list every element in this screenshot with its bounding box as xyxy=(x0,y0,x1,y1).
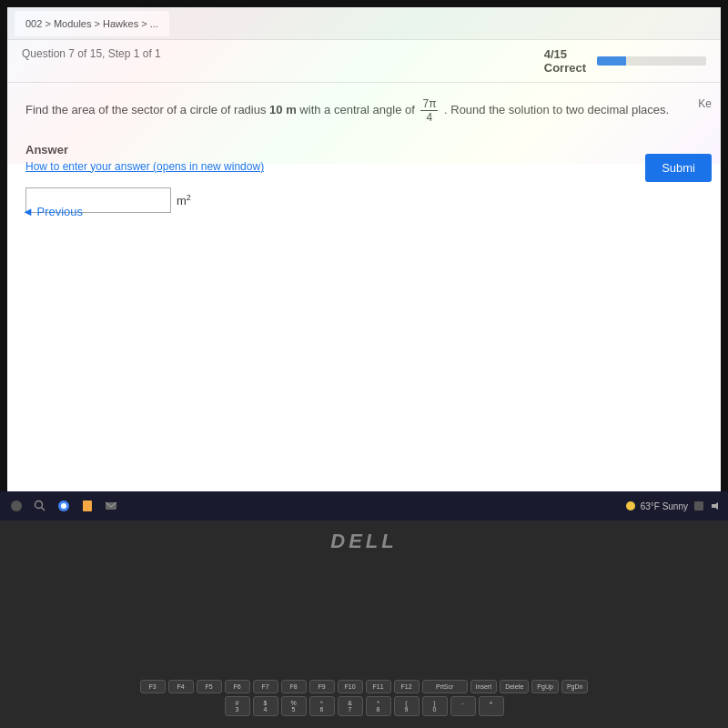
key-f4[interactable]: F4 xyxy=(168,680,194,693)
laptop-shell: 002 > Modules > Hawkes > ... Question 7 … xyxy=(0,0,728,728)
key-f3[interactable]: F3 xyxy=(140,680,166,693)
svg-marker-8 xyxy=(712,502,718,510)
svg-point-0 xyxy=(11,500,22,511)
start-icon[interactable] xyxy=(7,497,25,515)
answer-input-row: m2 xyxy=(25,187,703,213)
system-tray-icon xyxy=(693,500,704,511)
key-pgdn[interactable]: PgDn xyxy=(561,680,589,693)
screen-content: 002 > Modules > Hawkes > ... Question 7 … xyxy=(7,7,721,506)
key-f11[interactable]: F11 xyxy=(366,680,391,693)
chrome-icon[interactable] xyxy=(55,497,73,515)
key-minus[interactable]: - xyxy=(450,696,476,716)
key-4[interactable]: $4 xyxy=(253,696,278,716)
weather-text: 63°F Sunny xyxy=(641,501,688,511)
key-f12[interactable]: F12 xyxy=(394,680,420,693)
file-icon[interactable] xyxy=(78,497,96,515)
key-6[interactable]: ^6 xyxy=(309,696,335,716)
key-plus[interactable]: + xyxy=(479,696,504,716)
svg-rect-5 xyxy=(83,500,92,511)
dell-logo: DELL xyxy=(330,522,397,561)
key-0[interactable]: )0 xyxy=(422,696,448,716)
main-content: Ke Find the area of the sector of a circ… xyxy=(7,83,721,228)
search-taskbar-icon[interactable] xyxy=(31,497,49,515)
key-7[interactable]: &7 xyxy=(338,696,363,716)
submit-button[interactable]: Submi xyxy=(645,154,712,182)
key-f9[interactable]: F9 xyxy=(309,680,335,693)
mail-icon[interactable] xyxy=(102,497,120,515)
key-f8[interactable]: F8 xyxy=(281,680,307,693)
key-insert[interactable]: Insert xyxy=(470,680,498,693)
screen-bezel: 002 > Modules > Hawkes > ... Question 7 … xyxy=(0,0,728,519)
key-9[interactable]: (9 xyxy=(394,696,420,716)
key-8[interactable]: *8 xyxy=(366,696,391,716)
keyboard-row-fn: F3 F4 F5 F6 F7 F8 F9 F10 F11 F12 PrtScr … xyxy=(27,680,701,693)
key-f5[interactable]: F5 xyxy=(197,680,222,693)
key-delete[interactable]: Delete xyxy=(500,680,529,693)
unit-text: m xyxy=(177,194,187,207)
key-f7[interactable]: F7 xyxy=(253,680,278,693)
volume-icon[interactable] xyxy=(710,500,721,511)
key-prtscr[interactable]: PrtScr xyxy=(422,680,468,693)
svg-point-4 xyxy=(61,503,66,509)
taskbar-right: 63°F Sunny xyxy=(626,500,721,511)
taskbar: 63°F Sunny xyxy=(0,491,728,521)
svg-line-2 xyxy=(42,508,46,511)
key-pgup[interactable]: PgUp xyxy=(531,680,559,693)
svg-point-1 xyxy=(35,501,43,509)
key-5[interactable]: %5 xyxy=(281,696,307,716)
key-f10[interactable]: F10 xyxy=(338,680,363,693)
key-f6[interactable]: F6 xyxy=(225,680,250,693)
unit-label: m2 xyxy=(177,193,191,207)
keyboard: F3 F4 F5 F6 F7 F8 F9 F10 F11 F12 PrtScr … xyxy=(27,680,701,719)
weather-icon xyxy=(626,501,635,511)
page-wrapper: Question 7 of 15, Step 1 of 1 4/15 Corre… xyxy=(7,40,721,506)
key-3[interactable]: #3 xyxy=(225,696,250,716)
decorative-pattern xyxy=(7,7,721,164)
keyboard-row-num: #3 $4 %5 ^6 &7 *8 (9 )0 - + xyxy=(27,696,701,716)
previous-button[interactable]: ◄ Previous xyxy=(22,205,83,218)
unit-superscript: 2 xyxy=(187,193,191,202)
svg-rect-7 xyxy=(694,501,703,511)
